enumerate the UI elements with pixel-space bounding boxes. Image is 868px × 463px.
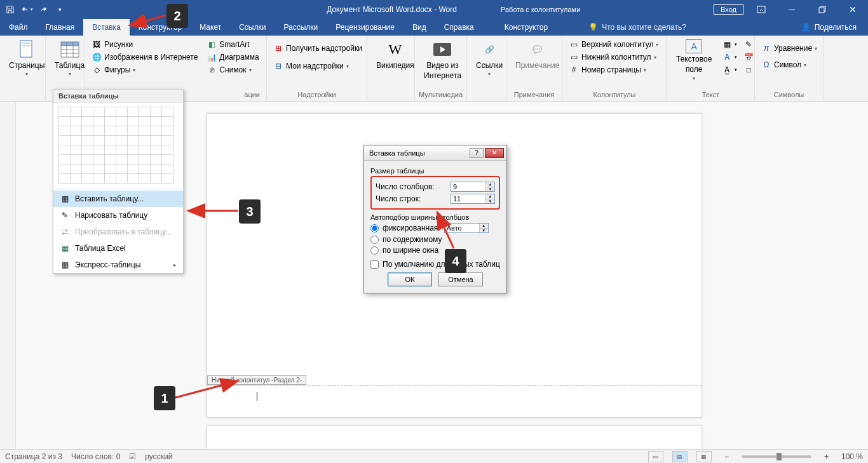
radio-fixed[interactable] bbox=[370, 224, 379, 232]
redo-button[interactable] bbox=[36, 2, 51, 17]
rows-input[interactable] bbox=[451, 194, 485, 203]
tab-help[interactable]: Справка bbox=[435, 19, 483, 36]
screenshot-button[interactable]: ⎚Снимок bbox=[204, 64, 261, 76]
tab-review[interactable]: Рецензирование bbox=[327, 19, 403, 36]
header-button[interactable]: ▭Верхний колонтитул bbox=[566, 38, 661, 51]
chart-icon: 📊 bbox=[207, 52, 217, 62]
cancel-button[interactable]: Отмена bbox=[438, 272, 483, 286]
page-number-button[interactable]: #Номер страницы bbox=[566, 64, 661, 76]
callout-4: 4 bbox=[445, 249, 466, 273]
page-2[interactable] bbox=[207, 426, 702, 449]
cols-spin-up[interactable]: ▲ bbox=[485, 182, 494, 187]
vertical-ruler[interactable] bbox=[0, 102, 16, 449]
view-read-mode[interactable]: ▭ bbox=[648, 451, 663, 462]
tab-insert[interactable]: Вставка bbox=[83, 19, 130, 36]
login-button[interactable]: Вход bbox=[714, 4, 743, 15]
object-button[interactable]: □ bbox=[741, 64, 756, 76]
zoom-out-button[interactable]: − bbox=[721, 452, 733, 461]
links-button[interactable]: 🔗Ссылки▾ bbox=[471, 38, 508, 79]
proofing-icon[interactable]: ☑ bbox=[129, 452, 136, 461]
fixed-width-input[interactable] bbox=[445, 224, 479, 232]
ribbon-display-options[interactable] bbox=[749, 0, 774, 19]
rows-spin-up[interactable]: ▲ bbox=[485, 194, 494, 199]
wordart-button[interactable]: A▾ bbox=[719, 51, 740, 64]
table-icon bbox=[60, 39, 80, 60]
comment-button[interactable]: 💬Примечание bbox=[510, 38, 564, 71]
menu-insert-table[interactable]: ▦Вставить таблицу... bbox=[53, 191, 183, 207]
equation-button[interactable]: πУравнение bbox=[759, 42, 820, 55]
dialog-close-button[interactable]: ✕ bbox=[485, 148, 504, 158]
tab-header-footer-design[interactable]: Конструктор bbox=[496, 19, 557, 36]
table-button[interactable]: Таблица▾ bbox=[50, 38, 90, 79]
cols-spinbox[interactable]: ▲▼ bbox=[451, 182, 495, 192]
tab-layout[interactable]: Макет bbox=[191, 19, 230, 36]
dialog-help-button[interactable]: ? bbox=[470, 148, 484, 158]
table-grid-picker[interactable] bbox=[53, 103, 183, 187]
media-group-label: Мультимедиа bbox=[415, 90, 466, 101]
signature-button[interactable]: ✎ bbox=[741, 38, 756, 51]
chart-button[interactable]: 📊Диаграмма bbox=[204, 51, 261, 64]
dialog-titlebar[interactable]: Вставка таблицы ? ✕ bbox=[364, 145, 506, 161]
radio-content[interactable] bbox=[370, 236, 379, 244]
close-button[interactable]: ✕ bbox=[840, 0, 865, 19]
shapes-button[interactable]: ◇Фигуры bbox=[89, 64, 200, 76]
undo-button[interactable]: ▾ bbox=[19, 2, 34, 17]
menu-excel-table[interactable]: ▦Таблица Excel bbox=[53, 240, 183, 257]
signature-icon: ✎ bbox=[743, 39, 754, 50]
smartart-button[interactable]: ◧SmartArt bbox=[204, 38, 261, 51]
tab-mailings[interactable]: Рассылки bbox=[275, 19, 327, 36]
share-button[interactable]: 👤 Поделиться bbox=[790, 19, 868, 36]
textbox-button[interactable]: AТекстовоеполе▾ bbox=[671, 38, 717, 83]
online-pictures-button[interactable]: 🌐Изображения в Интернете bbox=[89, 51, 200, 64]
qat-customize-button[interactable]: ▾ bbox=[52, 2, 67, 17]
drop-cap-button[interactable]: A̲▾ bbox=[719, 64, 740, 76]
ok-button[interactable]: ОК bbox=[388, 272, 432, 286]
my-addins-button[interactable]: ⊟Мои надстройки bbox=[271, 60, 365, 72]
wordart-icon: A bbox=[722, 52, 732, 62]
cols-input[interactable] bbox=[451, 182, 485, 191]
callout-3: 3 bbox=[239, 199, 261, 224]
get-addins-button[interactable]: ⊞Получить надстройки bbox=[271, 42, 365, 55]
status-language[interactable]: русский bbox=[145, 452, 172, 461]
wikipedia-button[interactable]: WВикипедия bbox=[371, 38, 419, 71]
rows-spinbox[interactable]: ▲▼ bbox=[451, 194, 495, 204]
zoom-slider[interactable] bbox=[742, 455, 811, 458]
menu-draw-table[interactable]: ✎Нарисовать таблицу bbox=[53, 207, 183, 224]
date-time-button[interactable]: 📅 bbox=[741, 51, 756, 64]
maximize-button[interactable] bbox=[810, 0, 835, 19]
menu-quick-tables[interactable]: ▦Экспресс-таблицы▸ bbox=[53, 257, 183, 273]
svg-rect-3 bbox=[22, 43, 30, 44]
rows-spin-down[interactable]: ▼ bbox=[485, 199, 494, 204]
pictures-button[interactable]: 🖼Рисунки bbox=[89, 38, 200, 51]
zoom-in-button[interactable]: + bbox=[820, 452, 832, 461]
insert-table-dialog: Вставка таблицы ? ✕ Размер таблицы Число… bbox=[363, 145, 507, 293]
cols-spin-down[interactable]: ▼ bbox=[485, 187, 494, 192]
status-page[interactable]: Страница 2 из 3 bbox=[5, 452, 62, 461]
radio-fixed-label: фиксированная: bbox=[383, 224, 440, 232]
pages-button[interactable]: Страницы▾ bbox=[4, 38, 50, 79]
symbol-button[interactable]: ΩСимвол bbox=[759, 58, 820, 71]
textbox-icon: A bbox=[686, 39, 702, 53]
view-print-layout[interactable]: ▤ bbox=[672, 451, 688, 462]
default-checkbox[interactable] bbox=[370, 260, 379, 269]
fixed-width-spinbox[interactable]: ▲▼ bbox=[444, 223, 489, 233]
view-web-layout[interactable]: ▦ bbox=[696, 451, 712, 462]
footer-boundary bbox=[207, 386, 702, 386]
status-word-count[interactable]: Число слов: 0 bbox=[71, 452, 120, 461]
tell-me-search[interactable]: 💡 Что вы хотите сделать? bbox=[588, 19, 686, 36]
addins-icon: ⊟ bbox=[273, 61, 283, 71]
online-video-button[interactable]: Видео изИнтернета bbox=[419, 38, 466, 82]
footer-button[interactable]: ▭Нижний колонтитул bbox=[566, 51, 661, 64]
zoom-level[interactable]: 100 % bbox=[841, 452, 863, 461]
undo-icon bbox=[21, 5, 30, 14]
tab-view[interactable]: Вид bbox=[403, 19, 435, 36]
text-cursor bbox=[257, 392, 257, 401]
quick-parts-button[interactable]: ▦▾ bbox=[719, 38, 740, 51]
save-button[interactable] bbox=[3, 2, 18, 17]
tab-file[interactable]: Файл bbox=[0, 19, 37, 36]
size-fields-highlight: Число столбцов: ▲▼ Число строк: ▲▼ bbox=[370, 176, 500, 210]
minimize-button[interactable]: ─ bbox=[779, 0, 804, 19]
radio-window[interactable] bbox=[370, 246, 379, 255]
tab-references[interactable]: Ссылки bbox=[230, 19, 275, 36]
tab-home[interactable]: Главная bbox=[37, 19, 84, 36]
